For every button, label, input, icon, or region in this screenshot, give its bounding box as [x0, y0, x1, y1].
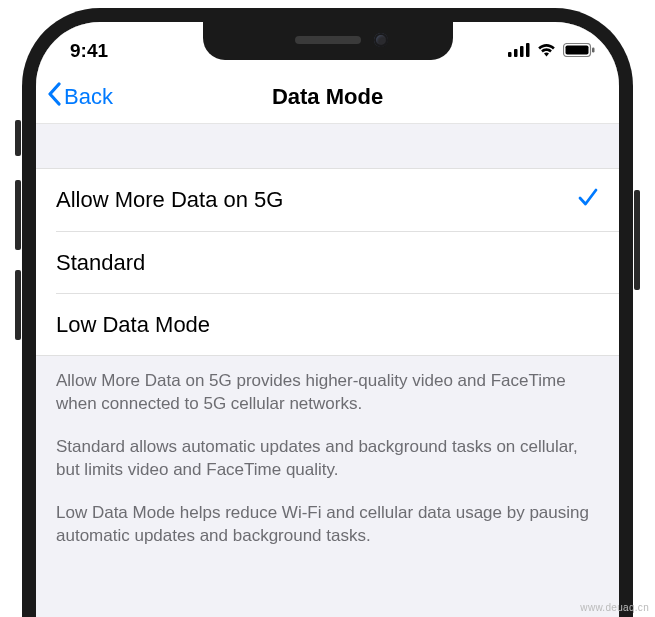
footer-paragraph: Standard allows automatic updates and ba… [56, 436, 599, 482]
option-label: Standard [56, 250, 145, 276]
cellular-signal-icon [508, 40, 530, 62]
svg-rect-6 [592, 48, 595, 53]
wifi-icon [536, 40, 557, 62]
navigation-bar: Back Data Mode [36, 70, 619, 124]
footer-paragraph: Allow More Data on 5G provides higher-qu… [56, 370, 599, 416]
checkmark-icon [577, 186, 599, 214]
battery-icon [563, 40, 595, 62]
footer-paragraph: Low Data Mode helps reduce Wi-Fi and cel… [56, 502, 599, 548]
svg-rect-1 [514, 49, 518, 57]
speaker-grille [295, 36, 361, 44]
svg-rect-2 [520, 46, 524, 57]
power-button [634, 190, 640, 290]
section-footer-text: Allow More Data on 5G provides higher-qu… [36, 356, 619, 548]
data-mode-option-list: Allow More Data on 5G Standard [36, 168, 619, 356]
chevron-left-icon [46, 82, 62, 112]
option-label: Allow More Data on 5G [56, 187, 283, 213]
volume-down-button [15, 270, 21, 340]
svg-rect-5 [566, 46, 589, 55]
device-notch [203, 22, 453, 60]
svg-rect-3 [526, 43, 530, 57]
volume-up-button [15, 180, 21, 250]
watermark-text: www.deuaq.cn [580, 602, 649, 613]
option-label: Low Data Mode [56, 312, 210, 338]
option-low-data-mode[interactable]: Low Data Mode [56, 293, 619, 355]
option-allow-more-data-5g[interactable]: Allow More Data on 5G [36, 169, 619, 231]
option-standard[interactable]: Standard [56, 231, 619, 293]
back-button[interactable]: Back [36, 82, 113, 112]
back-label: Back [64, 84, 113, 110]
status-time: 9:41 [70, 40, 108, 62]
silent-switch [15, 120, 21, 156]
svg-rect-0 [508, 52, 512, 57]
content-area: Allow More Data on 5G Standard [36, 124, 619, 617]
front-camera [374, 33, 388, 47]
page-title: Data Mode [36, 84, 619, 110]
